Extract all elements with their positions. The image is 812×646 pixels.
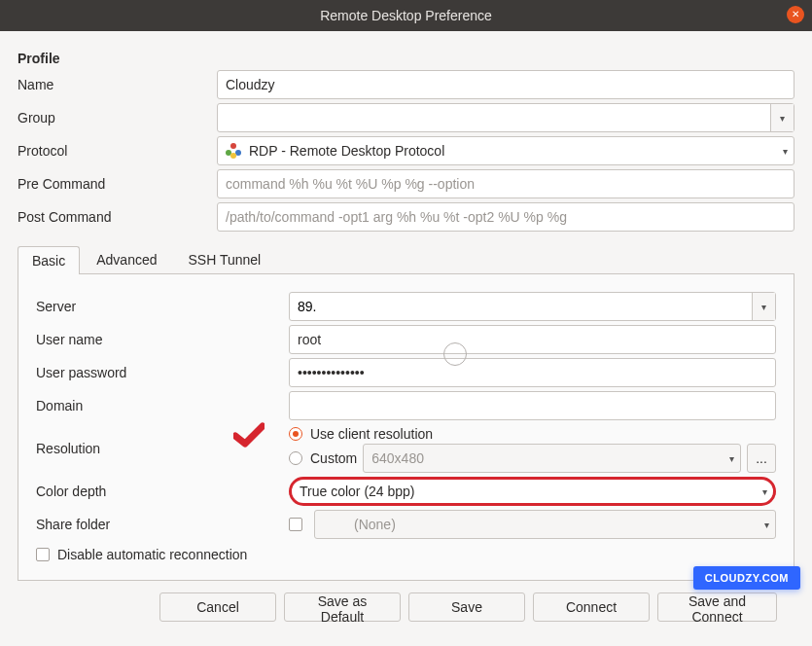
cancel-button[interactable]: Cancel xyxy=(159,592,276,622)
domain-input[interactable] xyxy=(289,391,776,420)
chevron-down-icon: ▾ xyxy=(783,146,788,157)
save-default-button[interactable]: Save as Default xyxy=(284,592,401,622)
tab-panel-basic: Server ▾ User name User password xyxy=(18,274,794,581)
group-dropdown-button[interactable]: ▾ xyxy=(770,104,794,131)
rdp-icon xyxy=(226,143,241,159)
group-input[interactable] xyxy=(218,104,770,131)
group-label: Group xyxy=(18,110,217,126)
connect-button[interactable]: Connect xyxy=(533,592,650,622)
save-connect-button[interactable]: Save and Connect xyxy=(657,592,777,622)
cloudzy-badge: CLOUDZY.COM xyxy=(693,566,800,590)
server-input[interactable] xyxy=(290,293,752,320)
chevron-down-icon: ▾ xyxy=(780,113,785,124)
disable-auto-reconnect-checkbox[interactable]: Disable automatic reconnection xyxy=(36,547,247,562)
radio-unchecked-icon xyxy=(289,451,302,465)
titlebar: Remote Desktop Preference ✕ xyxy=(0,0,812,31)
checkbox-unchecked-icon xyxy=(36,548,50,561)
window-title: Remote Desktop Preference xyxy=(320,8,492,23)
colordepth-label: Color depth xyxy=(36,484,289,499)
disable-auto-reconnect-label: Disable automatic reconnection xyxy=(57,547,247,562)
name-input[interactable] xyxy=(217,70,794,99)
username-input[interactable] xyxy=(289,325,776,354)
dialog-button-row: Cancel Save as Default Save Connect Save… xyxy=(18,581,794,633)
group-combo[interactable]: ▾ xyxy=(217,103,794,132)
password-label: User password xyxy=(36,365,289,380)
domain-label: Domain xyxy=(36,398,289,413)
tab-strip: Basic Advanced SSH Tunnel xyxy=(18,245,794,274)
chevron-down-icon: ▾ xyxy=(761,302,766,312)
server-label: Server xyxy=(36,299,289,314)
colordepth-select[interactable]: True color (24 bpp) ▾ xyxy=(289,477,776,506)
precommand-label: Pre Command xyxy=(18,176,217,192)
resolution-more-button[interactable]: ... xyxy=(747,444,776,473)
save-button[interactable]: Save xyxy=(408,592,525,622)
resolution-use-client-label: Use client resolution xyxy=(310,426,433,442)
protocol-select[interactable]: RDP - Remote Desktop Protocol ▾ xyxy=(217,136,794,165)
sharefolder-select[interactable]: (None) ▾ xyxy=(314,510,776,539)
ellipsis-icon: ... xyxy=(756,450,767,466)
server-combo[interactable]: ▾ xyxy=(289,292,776,321)
resolution-custom-select[interactable]: 640x480 ▾ xyxy=(363,444,741,473)
resolution-use-client-radio[interactable]: Use client resolution xyxy=(289,426,776,442)
radio-checked-icon xyxy=(289,427,302,441)
chevron-down-icon: ▾ xyxy=(729,453,734,464)
password-input[interactable] xyxy=(289,358,776,387)
tab-basic[interactable]: Basic xyxy=(18,246,80,274)
sharefolder-value: (None) xyxy=(354,517,396,532)
sharefolder-label: Share folder xyxy=(36,517,289,532)
close-icon: ✕ xyxy=(792,10,799,19)
profile-heading: Profile xyxy=(18,51,794,66)
tab-advanced[interactable]: Advanced xyxy=(82,245,171,273)
sharefolder-checkbox[interactable] xyxy=(289,518,302,531)
postcommand-label: Post Command xyxy=(18,209,217,225)
name-label: Name xyxy=(18,77,217,92)
colordepth-value: True color (24 bpp) xyxy=(300,484,415,499)
chevron-down-icon: ▾ xyxy=(764,520,769,530)
server-dropdown-button[interactable]: ▾ xyxy=(752,293,775,320)
username-label: User name xyxy=(36,332,289,347)
checkbox-unchecked-icon xyxy=(289,518,302,531)
close-button[interactable]: ✕ xyxy=(787,6,804,23)
resolution-custom-label: Custom xyxy=(310,450,357,466)
resolution-label: Resolution xyxy=(36,441,289,456)
postcommand-input[interactable] xyxy=(217,202,794,232)
tab-ssh-tunnel[interactable]: SSH Tunnel xyxy=(174,245,276,273)
chevron-down-icon: ▾ xyxy=(762,486,767,497)
protocol-value: RDP - Remote Desktop Protocol xyxy=(249,143,444,159)
precommand-input[interactable] xyxy=(217,169,794,198)
protocol-label: Protocol xyxy=(18,143,217,159)
resolution-custom-value: 640x480 xyxy=(371,450,424,466)
resolution-custom-radio[interactable]: Custom xyxy=(289,450,357,466)
